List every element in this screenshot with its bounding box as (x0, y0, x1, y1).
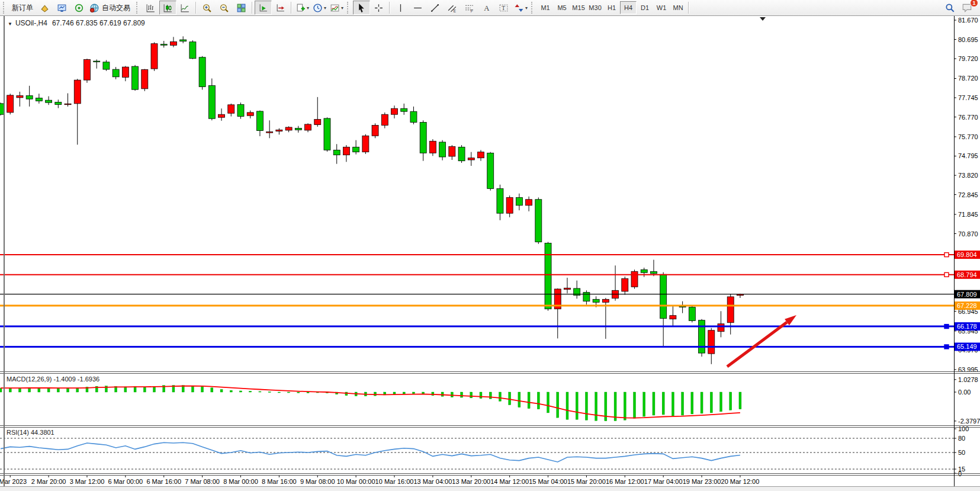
notification-badge: 1 (970, 0, 978, 7)
text-button[interactable]: A (478, 1, 495, 15)
search-button[interactable] (941, 1, 958, 15)
timeframe-button-M1[interactable]: M1 (537, 1, 554, 14)
svg-text:6 Mar 00:00: 6 Mar 00:00 (108, 478, 143, 485)
candlestick-chart-button[interactable] (159, 1, 176, 15)
chevron-down-icon: ▾ (307, 5, 309, 11)
chart-shift-button[interactable] (272, 1, 289, 15)
timeframe-button-MN[interactable]: MN (670, 1, 686, 14)
rsi-value: 44.3801 (31, 429, 54, 436)
toolbar-grip[interactable] (531, 2, 535, 14)
svg-text:A: A (484, 4, 490, 12)
equidistant-channel-button[interactable]: E (444, 1, 461, 15)
auto-trading-label: 自动交易 (99, 3, 133, 13)
fibonacci-button[interactable]: F (461, 1, 478, 15)
svg-text:13 Mar 04:00: 13 Mar 04:00 (413, 478, 452, 485)
macd-main-value: -1.4009 (53, 376, 75, 383)
macd-signal-value: -1.6936 (78, 376, 99, 383)
svg-text:78.720: 78.720 (958, 75, 978, 82)
auto-scroll-button[interactable] (255, 1, 272, 15)
text-icon: A (481, 3, 491, 13)
text-label-button[interactable]: T (495, 1, 512, 15)
chart-shift-icon (275, 3, 285, 13)
chart-canvas[interactable]: 81.67080.69579.72078.72077.74576.77075.7… (0, 16, 980, 491)
rsi-indicator-label: RSI(14) 44.3801 (7, 429, 54, 436)
fibonacci-icon: F (464, 3, 474, 13)
svg-text:F: F (471, 8, 473, 12)
svg-text:79.720: 79.720 (958, 55, 978, 62)
timeframe-button-H4[interactable]: H4 (620, 1, 637, 14)
new-order-button[interactable]: 新订单 (9, 1, 36, 15)
search-icon (944, 2, 955, 13)
new-chart-icon (295, 3, 306, 13)
svg-text:0.00: 0.00 (958, 389, 971, 396)
timeframe-button-W1[interactable]: W1 (653, 1, 670, 14)
zoom-out-icon (219, 3, 229, 13)
timeframe-button-D1[interactable]: D1 (637, 1, 653, 14)
macd-title: MACD(12,26,9) (7, 376, 52, 383)
cursor-button[interactable] (353, 1, 370, 15)
svg-text:16 Mar 12:00: 16 Mar 12:00 (606, 478, 644, 485)
timeframe-button-M5[interactable]: M5 (554, 1, 570, 14)
svg-text:73.820: 73.820 (958, 172, 978, 179)
chart-title[interactable]: ▼USOil-,H467.746 67.835 67.619 67.809 (8, 19, 145, 27)
indicators-icon (330, 3, 340, 13)
arrows-icon (514, 3, 524, 13)
auto-scroll-icon (258, 3, 268, 13)
svg-text:13 Mar 20:00: 13 Mar 20:00 (452, 478, 490, 485)
svg-text:T: T (502, 5, 505, 11)
svg-text:66.178: 66.178 (957, 323, 977, 330)
quotes-button[interactable] (36, 1, 53, 15)
horizontal-line-icon (413, 3, 423, 13)
svg-text:76.770: 76.770 (958, 114, 978, 121)
cursor-icon (356, 3, 367, 13)
equidistant-channel-icon: E (447, 3, 457, 13)
auto-trading-button[interactable]: 自动交易 (88, 1, 134, 15)
svg-text:3 Mar 12:00: 3 Mar 12:00 (70, 478, 105, 485)
svg-text:75.770: 75.770 (958, 133, 978, 140)
svg-text:20 Mar 12:00: 20 Mar 12:00 (721, 478, 760, 485)
chevron-down-icon: ▾ (525, 5, 528, 11)
svg-text:70.870: 70.870 (958, 230, 978, 238)
trendline-icon (430, 3, 440, 13)
chart-ohlc-values: 67.746 67.835 67.619 67.809 (52, 19, 145, 27)
svg-text:74.795: 74.795 (958, 152, 978, 159)
line-chart-icon (180, 3, 190, 13)
text-label-icon: T (499, 3, 509, 13)
crosshair-button[interactable] (370, 1, 387, 15)
horizontal-line-button[interactable] (409, 1, 426, 15)
new-chart-button[interactable]: ▾ (294, 1, 311, 15)
svg-text:65.149: 65.149 (957, 343, 977, 350)
toolbar-separator (688, 2, 689, 14)
tile-windows-icon (236, 3, 246, 13)
timeframe-button-M30[interactable]: M30 (587, 1, 603, 14)
svg-text:81.670: 81.670 (958, 17, 978, 24)
line-chart-button[interactable] (176, 1, 194, 15)
arrows-button[interactable]: ▾ (512, 1, 529, 15)
notifications-button[interactable]: 1 (958, 1, 975, 15)
vertical-line-icon (396, 3, 406, 13)
svg-text:77.745: 77.745 (958, 94, 978, 101)
toolbar-grip[interactable] (136, 2, 140, 14)
signal-button[interactable] (70, 1, 88, 15)
chart-title-dropdown-icon[interactable]: ▼ (8, 21, 12, 27)
terminal-icon (57, 3, 67, 13)
timeframe-button-M15[interactable]: M15 (570, 1, 587, 14)
trendline-button[interactable] (426, 1, 444, 15)
toolbar-grip[interactable] (3, 2, 7, 14)
timeframe-button-H1[interactable]: H1 (603, 1, 620, 14)
svg-text:69.804: 69.804 (957, 251, 977, 258)
svg-text:-2.3797: -2.3797 (958, 418, 980, 425)
bar-chart-button[interactable] (142, 1, 159, 15)
zoom-in-button[interactable] (198, 1, 216, 15)
svg-text:1.0278: 1.0278 (958, 376, 978, 383)
profiles-button[interactable]: ▾ (311, 1, 328, 15)
tile-windows-button[interactable] (233, 1, 250, 15)
indicators-button[interactable]: ▾ (328, 1, 345, 15)
macd-indicator-label: MACD(12,26,9) -1.4009 -1.6936 (7, 376, 99, 383)
terminal-button[interactable] (53, 1, 70, 15)
zoom-out-button[interactable] (216, 1, 233, 15)
signal-icon (74, 3, 84, 13)
svg-text:72.845: 72.845 (958, 191, 978, 198)
toolbar-grip[interactable] (347, 2, 351, 14)
vertical-line-button[interactable] (392, 1, 409, 15)
